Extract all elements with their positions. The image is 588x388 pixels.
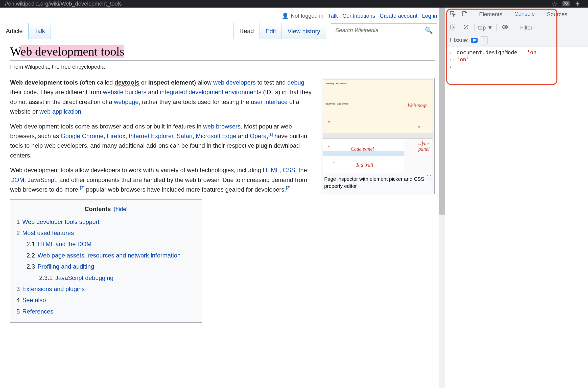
page-viewport: 👤 Not logged in Talk Contributions Creat… <box>0 8 445 388</box>
tab-talk[interactable]: Talk <box>29 23 51 39</box>
link-safari[interactable]: Safari <box>177 133 193 139</box>
browser-address-bar: //en.wikipedia.org/wiki/Web_development_… <box>0 0 588 8</box>
output-chevron-icon: ‹· <box>449 57 453 63</box>
scrollbar-thumb[interactable] <box>439 8 445 215</box>
toc-link[interactable]: HTML and the DOM <box>37 241 91 247</box>
search-button[interactable]: 🔍 <box>421 27 437 34</box>
link-css[interactable]: CSS <box>283 167 295 173</box>
tab-read[interactable]: Read <box>233 23 260 39</box>
toc-item: 3Extensions and plugins <box>16 284 196 294</box>
toc-number: 2.3 <box>27 263 35 270</box>
toc-number: 3 <box>16 286 20 292</box>
console-filter-input[interactable] <box>518 23 548 33</box>
link-web-developers[interactable]: web developers <box>213 79 256 86</box>
link-ie[interactable]: Internet Explorer <box>129 133 173 139</box>
link-dom[interactable]: DOM <box>10 176 24 183</box>
person-icon: 👤 <box>282 13 289 19</box>
toc-number: 2.1 <box>27 241 35 247</box>
link-ide[interactable]: integrated development environments <box>160 89 262 95</box>
link-debug[interactable]: debug <box>287 79 304 86</box>
expand-icon[interactable]: ⛶ <box>427 174 431 181</box>
toc-link[interactable]: Web page assets, resources and network i… <box>37 252 181 259</box>
infobox: Viewing Documents Studying Page Styles W… <box>321 78 435 194</box>
not-logged-in-label: 👤 Not logged in <box>282 13 323 19</box>
toc-link[interactable]: Extensions and plugins <box>22 286 85 292</box>
console-sidebar-toggle-icon[interactable] <box>448 22 458 33</box>
link-user-interface[interactable]: user interface <box>251 98 288 105</box>
svg-rect-2 <box>465 13 467 16</box>
tab-console[interactable]: Console <box>509 7 540 21</box>
toc-item: 2.3Profiling and auditing <box>27 262 196 271</box>
asterisk-icon: * <box>418 125 420 131</box>
link-edge[interactable]: Microsoft Edge <box>196 133 236 139</box>
input-chevron-icon: › <box>449 49 453 56</box>
context-selector[interactable]: top ▼ <box>478 24 493 31</box>
asterisk-icon: * <box>328 144 330 150</box>
link-website-builders[interactable]: website builders <box>103 89 146 95</box>
link-web-browsers[interactable]: web browsers <box>203 123 241 130</box>
link-chrome[interactable]: Google Chrome <box>61 133 103 139</box>
ref-2[interactable]: [2] <box>80 186 84 190</box>
search-input[interactable] <box>331 27 421 34</box>
link-firefox[interactable]: Firefox <box>107 133 125 139</box>
extensions-puzzle-icon[interactable]: ✦ <box>575 0 580 8</box>
inspect-element-icon[interactable] <box>448 9 458 20</box>
svg-point-5 <box>504 26 506 28</box>
tab-sources[interactable]: Sources <box>542 8 572 21</box>
issues-bar[interactable]: 1 Issue: 1 <box>445 34 588 46</box>
toc-hide-link[interactable]: hide <box>116 206 126 212</box>
log-in-link[interactable]: Log in <box>422 13 437 19</box>
device-toggle-icon[interactable] <box>460 9 470 20</box>
link-javascript[interactable]: JavaScript <box>28 176 56 183</box>
toc-item: 5References <box>16 307 196 316</box>
console-prompt-line[interactable]: › <box>449 64 584 70</box>
ref-3[interactable]: [3] <box>286 186 291 190</box>
issue-badge-icon <box>471 38 478 43</box>
annotation-tag-trail: Tag trail <box>356 162 373 168</box>
tab-edit[interactable]: Edit <box>260 23 282 39</box>
toc-link[interactable]: Profiling and auditing <box>37 263 94 270</box>
toc-link[interactable]: JavaScript debugging <box>55 274 113 281</box>
link-webpage[interactable]: webpage <box>114 98 138 105</box>
infobox-caption: Page inspector with element picker and C… <box>323 173 433 192</box>
ref-1[interactable]: [1] <box>268 132 273 137</box>
issues-count: 1 <box>480 36 488 44</box>
toc-item: 1Web developer tools support <box>16 217 196 227</box>
url-text: //en.wikipedia.org/wiki/Web_development_… <box>5 1 583 7</box>
toc-link[interactable]: Web developer tools support <box>22 218 99 225</box>
svg-rect-3 <box>451 25 455 29</box>
tab-view-history[interactable]: View history <box>282 23 326 39</box>
toc-link[interactable]: See also <box>22 297 46 303</box>
selected-title-text: eb development tools <box>20 45 124 58</box>
toc-number: 5 <box>16 308 20 315</box>
asterisk-icon: * <box>422 141 424 146</box>
asterisk-icon: * <box>328 120 330 125</box>
chevron-down-icon: ▼ <box>487 24 493 31</box>
link-opera[interactable]: Opera <box>250 133 267 139</box>
tab-elements[interactable]: Elements <box>474 8 507 21</box>
mini-heading-2: Studying Page Styles <box>325 102 349 105</box>
bookmark-star-icon[interactable]: ☆ <box>551 0 557 8</box>
clear-console-icon[interactable] <box>461 22 471 33</box>
console-output[interactable]: › document.designMode = 'on' ‹· 'on' › <box>445 46 588 388</box>
issues-label: 1 Issue: <box>449 37 468 44</box>
console-output-line: ‹· 'on' <box>449 57 584 63</box>
contributions-link[interactable]: Contributions <box>342 13 375 19</box>
extension-badge[interactable]: 72 <box>562 1 570 6</box>
link-web-application[interactable]: web application <box>39 108 81 115</box>
toc-item: 2.2Web page assets, resources and networ… <box>27 251 196 260</box>
toc-link[interactable]: References <box>22 308 53 315</box>
toc-link[interactable]: Most used features <box>22 229 74 236</box>
infobox-image[interactable]: Viewing Documents Studying Page Styles W… <box>323 80 433 173</box>
page-scrollbar[interactable] <box>439 8 445 388</box>
link-html[interactable]: HTML <box>263 167 279 173</box>
create-account-link[interactable]: Create account <box>380 13 417 19</box>
tab-article[interactable]: Article <box>0 23 29 39</box>
live-expression-icon[interactable] <box>500 22 510 34</box>
annotation-code-panel: Code panel <box>351 146 374 152</box>
toc-item: 2.3.1JavaScript debugging <box>39 273 196 283</box>
toc-number: 2.2 <box>27 252 35 259</box>
user-talk-link[interactable]: Talk <box>328 13 338 19</box>
toc-number: 2.3.1 <box>39 274 53 281</box>
toc-title: Contents [hide] <box>16 204 196 214</box>
